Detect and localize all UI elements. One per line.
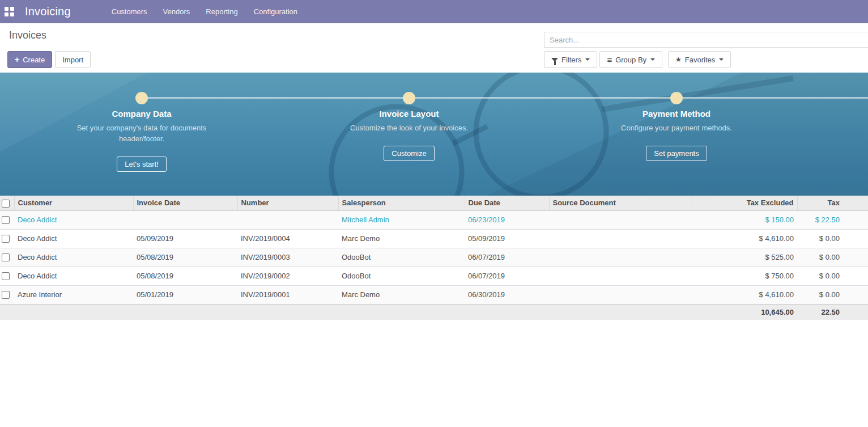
cell-tax: $ 0.00 — [797, 248, 868, 267]
onboarding-step-dot-1 — [135, 92, 148, 104]
cell-due-date: 06/07/2019 — [465, 267, 549, 285]
nav-item-customers[interactable]: Customers — [104, 0, 155, 23]
chevron-down-icon — [719, 58, 724, 61]
column-header-due-date[interactable]: Due Date — [465, 196, 549, 210]
table-totals-row: 10,645.00 22.50 — [0, 304, 868, 320]
column-header-source-document[interactable]: Source Document — [549, 196, 692, 210]
filters-button[interactable]: Filters — [544, 51, 597, 68]
total-tax-excluded: 10,645.00 — [692, 304, 797, 320]
chevron-down-icon — [585, 58, 590, 61]
cell-due-date: 06/07/2019 — [465, 248, 549, 267]
cell-number — [237, 210, 338, 229]
nav-item-configuration[interactable]: Configuration — [246, 0, 305, 23]
cell-number: INV/2019/0003 — [237, 248, 338, 267]
search-input[interactable] — [544, 32, 868, 47]
nav-item-vendors[interactable]: Vendors — [155, 0, 198, 23]
table-row[interactable]: Deco Addict 05/08/2019 INV/2019/0003 Odo… — [0, 248, 868, 267]
column-header-tax-excluded[interactable]: Tax Excluded — [692, 196, 797, 210]
step-title: Payment Method — [592, 108, 761, 120]
onboarding-step-payment-method: Payment Method Configure your payment me… — [592, 108, 761, 161]
column-header-salesperson[interactable]: Salesperson — [338, 196, 465, 210]
cell-tax: $ 0.00 — [797, 267, 868, 285]
cell-customer[interactable]: Deco Addict — [14, 229, 133, 248]
cell-source-document — [549, 267, 692, 285]
table-row[interactable]: Deco Addict 05/08/2019 INV/2019/0002 Odo… — [0, 267, 868, 285]
cell-salesperson[interactable]: Marc Demo — [338, 285, 465, 304]
cell-tax-excluded: $ 4,610.00 — [692, 285, 797, 304]
step-description: Configure your payment methods. — [609, 122, 744, 133]
cell-tax-excluded: $ 4,610.00 — [692, 229, 797, 248]
cell-customer[interactable]: Azure Interior — [14, 285, 133, 304]
chevron-down-icon — [650, 58, 655, 61]
apps-menu-icon[interactable] — [5, 7, 14, 16]
column-header-customer[interactable]: Customer — [14, 196, 133, 210]
column-header-invoice-date[interactable]: Invoice Date — [133, 196, 237, 210]
onboarding-banner: Company Data Set your company's data for… — [0, 73, 868, 196]
cell-customer[interactable]: Deco Addict — [14, 210, 133, 229]
table-row[interactable]: Deco Addict Mitchell Admin 06/23/2019 $ … — [0, 210, 868, 229]
cell-tax-excluded: $ 150.00 — [692, 210, 797, 229]
group-by-button[interactable]: ≡ Group By — [599, 51, 662, 68]
filter-funnel-icon — [551, 58, 558, 62]
row-checkbox[interactable] — [2, 272, 10, 280]
cell-invoice-date: 05/08/2019 — [133, 267, 237, 285]
onboarding-step-dot-3 — [670, 92, 683, 104]
cell-salesperson[interactable]: OdooBot — [338, 267, 465, 285]
cell-due-date: 05/09/2019 — [465, 229, 549, 248]
nav-menu: Customers Vendors Reporting Configuratio… — [104, 0, 305, 23]
cell-tax: $ 0.00 — [797, 229, 868, 248]
star-icon: ★ — [675, 56, 682, 64]
plus-icon: + — [15, 55, 19, 64]
cell-tax: $ 0.00 — [797, 285, 868, 304]
onboarding-step-dot-2 — [403, 92, 415, 104]
step-title: Invoice Layout — [324, 108, 494, 120]
column-header-number[interactable]: Number — [237, 196, 338, 210]
cell-customer[interactable]: Deco Addict — [14, 248, 133, 267]
invoices-table: Customer Invoice Date Number Salesperson… — [0, 196, 868, 320]
invoicing-app: Invoicing Customers Vendors Reporting Co… — [0, 0, 868, 427]
cell-salesperson[interactable]: OdooBot — [338, 248, 465, 267]
row-checkbox[interactable] — [2, 291, 10, 299]
cell-number: INV/2019/0004 — [237, 229, 338, 248]
cell-salesperson[interactable]: Marc Demo — [338, 229, 465, 248]
cell-tax-excluded: $ 750.00 — [692, 267, 797, 285]
cell-invoice-date — [133, 210, 237, 229]
favorites-button[interactable]: ★ Favorites — [668, 51, 731, 68]
set-payments-button[interactable]: Set payments — [646, 146, 707, 161]
nav-item-reporting[interactable]: Reporting — [198, 0, 245, 23]
cell-source-document — [549, 210, 692, 229]
cell-source-document — [549, 285, 692, 304]
app-brand[interactable]: Invoicing — [25, 5, 71, 18]
table-row[interactable]: Deco Addict 05/09/2019 INV/2019/0004 Mar… — [0, 229, 868, 248]
customize-button[interactable]: Customize — [384, 146, 434, 161]
cell-source-document — [549, 248, 692, 267]
create-button[interactable]: + Create — [7, 51, 52, 68]
select-all-checkbox[interactable] — [2, 200, 10, 208]
row-checkbox[interactable] — [2, 253, 10, 261]
step-title: Company Data — [57, 108, 227, 120]
column-header-tax[interactable]: Tax — [797, 196, 868, 210]
totals-spacer — [0, 304, 692, 320]
lets-start-button[interactable]: Let's start! — [117, 157, 167, 172]
row-checkbox[interactable] — [2, 235, 10, 243]
top-navbar: Invoicing Customers Vendors Reporting Co… — [0, 0, 868, 23]
cell-tax: $ 22.50 — [797, 210, 868, 229]
cell-salesperson[interactable]: Mitchell Admin — [338, 210, 465, 229]
row-checkbox[interactable] — [2, 216, 10, 224]
cell-number: INV/2019/0002 — [237, 267, 338, 285]
cell-number: INV/2019/0001 — [237, 285, 338, 304]
cell-source-document — [549, 229, 692, 248]
group-by-icon: ≡ — [607, 55, 612, 65]
cell-invoice-date: 05/08/2019 — [133, 248, 237, 267]
import-button[interactable]: Import — [55, 51, 91, 68]
onboarding-progress-line — [142, 97, 868, 99]
onboarding-step-invoice-layout: Invoice Layout Customize the look of you… — [324, 108, 494, 161]
cell-due-date: 06/23/2019 — [465, 210, 549, 229]
table-row[interactable]: Azure Interior 05/01/2019 INV/2019/0001 … — [0, 285, 868, 304]
cell-invoice-date: 05/01/2019 — [133, 285, 237, 304]
facet-buttons: Filters ≡ Group By ★ Favorites — [544, 51, 733, 68]
cell-customer[interactable]: Deco Addict — [14, 267, 133, 285]
page-title: Invoices — [9, 29, 46, 41]
onboarding-step-company-data: Company Data Set your company's data for… — [57, 108, 227, 172]
table-header-row: Customer Invoice Date Number Salesperson… — [0, 196, 868, 210]
